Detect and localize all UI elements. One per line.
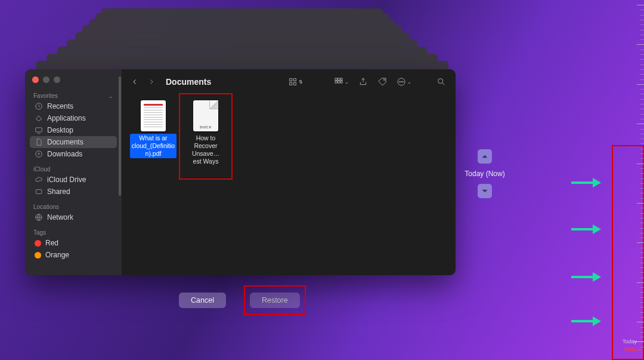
file-grid[interactable]: What is ar cloud_(Definition).pdf DOCX H… <box>122 94 456 275</box>
window-controls[interactable] <box>30 75 117 90</box>
sidebar-item-label: iCloud Drive <box>47 176 86 184</box>
back-button[interactable] <box>129 76 141 88</box>
sidebar-section-locations: Locations <box>30 201 117 211</box>
toolbar: Documents ⇅ ⌄ ⌄ <box>122 69 456 94</box>
sidebar-item-label: Applications <box>47 114 86 122</box>
file-item[interactable]: DOCX How to Recover Unsave…est Ways <box>182 97 229 176</box>
sidebar-item-label: Shared <box>47 187 70 196</box>
svg-rect-1 <box>36 128 42 132</box>
sidebar-section-favorites: Favorites ⌄ <box>30 90 117 100</box>
sidebar-tag-orange[interactable]: Orange <box>30 249 117 261</box>
sidebar-item-recents[interactable]: Recents <box>30 100 117 112</box>
annotation-arrow-icon <box>571 225 602 233</box>
timeline-ruler[interactable]: Today Now // handled below after data-bi… <box>613 0 644 360</box>
time-navigation: Today (Now) <box>467 149 503 198</box>
sidebar-item-label: Network <box>47 213 73 221</box>
sidebar-item-network[interactable]: Network <box>30 211 117 223</box>
timeline-current-label: Today (Now) <box>465 170 504 178</box>
svg-rect-10 <box>338 78 340 80</box>
file-name: How to Recover Unsave…est Ways <box>187 134 224 167</box>
pdf-file-icon <box>141 100 166 131</box>
svg-rect-14 <box>340 81 342 83</box>
cloud-icon <box>35 176 43 184</box>
chevron-down-icon: ⌄ <box>407 79 411 85</box>
cancel-button[interactable]: Cancel <box>179 293 226 308</box>
svg-rect-11 <box>340 78 342 80</box>
svg-rect-3 <box>36 190 41 194</box>
svg-rect-8 <box>293 82 296 85</box>
svg-rect-7 <box>290 82 292 85</box>
svg-point-19 <box>402 81 403 82</box>
sidebar-scrollbar[interactable] <box>118 76 122 268</box>
file-name: What is ar cloud_(Definition).pdf <box>130 134 177 158</box>
sidebar-item-shared[interactable]: Shared <box>30 186 117 198</box>
svg-point-17 <box>400 81 400 82</box>
svg-rect-5 <box>290 79 292 81</box>
timeline-down-button[interactable] <box>478 184 492 198</box>
shared-icon <box>35 187 43 196</box>
search-button[interactable] <box>434 77 448 87</box>
sidebar-section-tags: Tags <box>30 227 117 237</box>
finder-main: Documents ⇅ ⌄ ⌄ What is ar cloud_(Defini… <box>122 69 456 275</box>
timeline-up-button[interactable] <box>478 149 492 164</box>
minimize-window-icon <box>43 76 49 83</box>
forward-button[interactable] <box>145 76 157 88</box>
group-button[interactable]: ⌄ <box>332 77 351 87</box>
sidebar-item-label: Downloads <box>47 150 82 158</box>
svg-rect-6 <box>293 79 296 81</box>
zoom-window-icon <box>54 76 60 83</box>
actions-menu-button[interactable]: ⌄ <box>394 77 414 87</box>
restore-button[interactable]: Restore <box>250 293 300 308</box>
desktop-icon <box>35 126 43 134</box>
tags-button[interactable] <box>375 77 389 87</box>
chevron-down-icon: ⌄ <box>345 79 349 85</box>
annotation-arrow-icon <box>571 317 602 325</box>
sidebar-item-label: Documents <box>47 138 83 146</box>
apps-icon <box>35 114 43 122</box>
view-icons-button[interactable]: ⇅ <box>286 77 305 87</box>
tag-dot-icon <box>35 252 41 259</box>
annotation-arrow-icon <box>571 179 602 187</box>
download-icon <box>35 150 43 158</box>
sidebar-tag-red[interactable]: Red <box>30 237 117 249</box>
file-item[interactable]: What is ar cloud_(Definition).pdf <box>130 100 177 158</box>
chevron-down-icon[interactable]: ⌄ <box>109 93 113 99</box>
clock-icon <box>35 102 43 110</box>
svg-point-15 <box>383 79 385 81</box>
share-button[interactable] <box>356 77 370 87</box>
sidebar: Favorites ⌄ Recents Applications Desktop… <box>25 69 122 275</box>
close-window-icon[interactable] <box>32 76 39 83</box>
sidebar-item-downloads[interactable]: Downloads <box>30 148 117 160</box>
finder-window: Favorites ⌄ Recents Applications Desktop… <box>25 69 456 275</box>
svg-rect-9 <box>335 78 337 80</box>
tag-dot-icon <box>35 240 41 247</box>
sidebar-item-label: Recents <box>47 102 73 110</box>
sidebar-item-desktop[interactable]: Desktop <box>30 124 117 136</box>
svg-rect-13 <box>338 81 340 83</box>
window-title: Documents <box>166 77 211 87</box>
svg-point-20 <box>438 79 443 84</box>
docx-file-icon: DOCX <box>193 100 218 131</box>
document-icon <box>35 138 43 146</box>
annotation-highlight-timeline <box>612 145 644 360</box>
sidebar-item-applications[interactable]: Applications <box>30 112 117 124</box>
updown-icon: ⇅ <box>299 79 303 85</box>
annotation-arrow-icon <box>571 273 602 281</box>
sidebar-item-icloud-drive[interactable]: iCloud Drive <box>30 174 117 186</box>
svg-rect-12 <box>335 81 337 83</box>
sidebar-item-documents[interactable]: Documents <box>30 136 117 148</box>
network-icon <box>35 213 43 221</box>
annotation-highlight-restore: Restore <box>244 285 306 315</box>
action-bar: Cancel Restore <box>179 285 306 315</box>
sidebar-item-label: Orange <box>45 251 69 259</box>
sidebar-item-label: Desktop <box>47 126 73 134</box>
sidebar-item-label: Red <box>45 239 58 247</box>
svg-point-18 <box>401 81 401 82</box>
sidebar-section-icloud: iCloud <box>30 164 117 174</box>
timeline-now-label: Now <box>624 346 636 352</box>
timeline-today-label: Today <box>623 339 637 344</box>
